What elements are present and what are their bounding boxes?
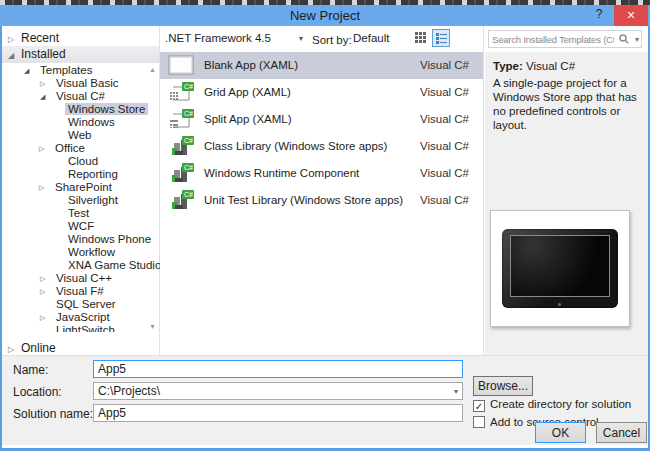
- template-item-split-app[interactable]: C# Split App (XAML) Visual C#: [160, 106, 483, 133]
- template-info-pane: Type: Visual C# A single-page project fo…: [485, 52, 648, 355]
- tree-item-visual-csharp[interactable]: ◢Visual C#: [2, 90, 160, 103]
- tree-item-test[interactable]: Test: [2, 207, 160, 220]
- expander-icon[interactable]: ▷: [40, 311, 53, 324]
- name-label: Name:: [13, 363, 48, 377]
- template-list-panel: .NET Framework 4.5 ▾ Sort by: Default ▾: [160, 26, 484, 355]
- help-button[interactable]: ?: [590, 7, 608, 24]
- new-project-dialog: New Project ? × ▷Recent ◢Installed ◢Temp…: [0, 5, 650, 451]
- template-item-blank-app[interactable]: Blank App (XAML) Visual C#: [160, 52, 483, 79]
- tree-item-javascript[interactable]: ▷JavaScript: [2, 311, 160, 324]
- template-preview-image: [490, 210, 630, 327]
- type-value: Visual C#: [526, 60, 575, 72]
- scroll-down-icon[interactable]: ▼: [149, 323, 156, 330]
- description-panel: ▾ Type: Visual C# A single-page project …: [485, 26, 648, 355]
- small-icons-view-button[interactable]: [412, 29, 430, 47]
- grid-app-icon: C#: [168, 82, 194, 102]
- tree-item-workflow[interactable]: Workflow: [2, 246, 160, 259]
- list-toolbar: .NET Framework 4.5 ▾ Sort by: Default ▾: [160, 26, 483, 51]
- expander-icon[interactable]: ◢: [40, 90, 53, 103]
- checkbox-checked-icon[interactable]: ✓: [473, 400, 485, 412]
- template-item-unit-test-library[interactable]: C# Unit Test Library (Windows Store apps…: [160, 187, 483, 214]
- browse-button[interactable]: Browse...: [473, 376, 533, 396]
- sidebar-item-installed[interactable]: ◢Installed: [2, 46, 159, 63]
- svg-text:C#: C#: [184, 164, 193, 171]
- tree-item-windows-phone[interactable]: Windows Phone: [2, 233, 160, 246]
- search-box[interactable]: ▾: [488, 30, 642, 48]
- template-item-class-library[interactable]: C# Class Library (Windows Store apps) Vi…: [160, 133, 483, 160]
- project-settings-bar: Name: Location: Solution name: C:\Projec…: [2, 355, 648, 445]
- tree-item-visual-fsharp[interactable]: ▷Visual F#: [2, 285, 160, 298]
- expander-icon[interactable]: ▷: [40, 285, 53, 298]
- class-library-icon: C#: [168, 136, 194, 156]
- tree-item-web[interactable]: Web: [2, 129, 160, 142]
- svg-text:C#: C#: [184, 110, 193, 117]
- dialog-body: ▷Recent ◢Installed ◢Templates ▷Visual Ba…: [0, 26, 650, 448]
- svg-text:C#: C#: [184, 83, 193, 90]
- cancel-button[interactable]: Cancel: [596, 422, 647, 443]
- expander-icon[interactable]: ▷: [39, 181, 52, 194]
- template-item-grid-app[interactable]: C# Grid App (XAML) Visual C#: [160, 79, 483, 106]
- tree-item-sharepoint[interactable]: ▷SharePoint: [2, 181, 160, 194]
- tree-item-lightswitch[interactable]: LightSwitch: [2, 324, 160, 332]
- tree-item-visual-cpp[interactable]: ▷Visual C++: [2, 272, 160, 285]
- category-sidebar: ▷Recent ◢Installed ◢Templates ▷Visual Ba…: [2, 26, 160, 355]
- tree-item-visual-basic[interactable]: ▷Visual Basic: [2, 77, 160, 90]
- scroll-up-icon[interactable]: ▲: [149, 66, 156, 73]
- expander-icon[interactable]: ▷: [39, 142, 52, 155]
- location-combobox[interactable]: C:\Projects\ ▾: [93, 382, 463, 400]
- solution-name-input[interactable]: [93, 404, 463, 422]
- tablet-camera-dot: [558, 303, 561, 306]
- template-description: A single-page project for a Windows Stor…: [493, 76, 643, 132]
- windows-runtime-component-icon: C#: [168, 163, 194, 183]
- tree-item-cloud[interactable]: Cloud: [2, 155, 160, 168]
- expander-icon[interactable]: ▷: [8, 32, 21, 47]
- close-icon: ×: [627, 7, 635, 23]
- template-category-tree: ◢Templates ▷Visual Basic ◢Visual C# Wind…: [2, 64, 160, 332]
- tablet-device-icon: [502, 229, 618, 308]
- checkbox-unchecked-icon[interactable]: [473, 416, 485, 428]
- tree-item-office[interactable]: ▷Office: [2, 142, 160, 155]
- svg-text:C#: C#: [184, 191, 193, 198]
- tree-item-wcf[interactable]: WCF: [2, 220, 160, 233]
- search-input[interactable]: [492, 32, 614, 46]
- list-view-icon: [436, 33, 447, 44]
- split-app-icon: C#: [168, 109, 194, 129]
- solution-name-label: Solution name:: [13, 407, 93, 421]
- chevron-down-icon[interactable]: ▾: [635, 35, 639, 44]
- template-item-winrt-component[interactable]: C# Windows Runtime Component Visual C#: [160, 160, 483, 187]
- type-label: Type:: [493, 60, 523, 72]
- sidebar-item-online[interactable]: ▷Online: [2, 341, 159, 356]
- expander-icon[interactable]: ◢: [24, 64, 37, 77]
- ok-button[interactable]: OK: [535, 422, 586, 443]
- unit-test-library-icon: C#: [168, 190, 194, 210]
- tree-item-templates[interactable]: ◢Templates: [2, 64, 160, 77]
- tree-item-windows[interactable]: Windows: [2, 116, 160, 129]
- sort-by-label: Sort by:: [312, 34, 352, 46]
- blank-app-icon: [168, 55, 194, 75]
- template-type-line: Type: Visual C#: [493, 60, 575, 72]
- project-name-input[interactable]: [93, 360, 463, 378]
- search-icon[interactable]: [619, 34, 629, 45]
- framework-dropdown[interactable]: .NET Framework 4.5 ▾: [165, 30, 303, 47]
- sidebar-item-recent[interactable]: ▷Recent: [2, 31, 159, 46]
- chevron-down-icon: ▾: [299, 30, 303, 47]
- expander-icon[interactable]: ◢: [8, 47, 21, 64]
- svg-text:C#: C#: [184, 137, 193, 144]
- close-button[interactable]: ×: [614, 5, 648, 26]
- tablet-screen: [510, 235, 610, 297]
- screen: New Project ? × ▷Recent ◢Installed ◢Temp…: [0, 0, 650, 451]
- list-view-button[interactable]: [432, 29, 450, 47]
- tree-item-sql-server[interactable]: SQL Server: [2, 298, 160, 311]
- grid-view-icon: [415, 32, 426, 43]
- dialog-title: New Project: [0, 8, 650, 23]
- location-label: Location:: [13, 385, 62, 399]
- dialog-titlebar[interactable]: New Project ? ×: [0, 5, 650, 26]
- tree-item-windows-store[interactable]: Windows Store: [2, 103, 160, 116]
- expander-icon[interactable]: ▷: [40, 77, 53, 90]
- tree-item-reporting[interactable]: Reporting: [2, 168, 160, 181]
- expander-icon[interactable]: ▷: [40, 272, 53, 285]
- template-list: Blank App (XAML) Visual C# C: [160, 52, 483, 214]
- tree-item-xna[interactable]: XNA Game Studio 4.0: [2, 259, 160, 272]
- create-directory-checkbox-row[interactable]: ✓Create directory for solution: [473, 398, 631, 412]
- tree-item-silverlight[interactable]: Silverlight: [2, 194, 160, 207]
